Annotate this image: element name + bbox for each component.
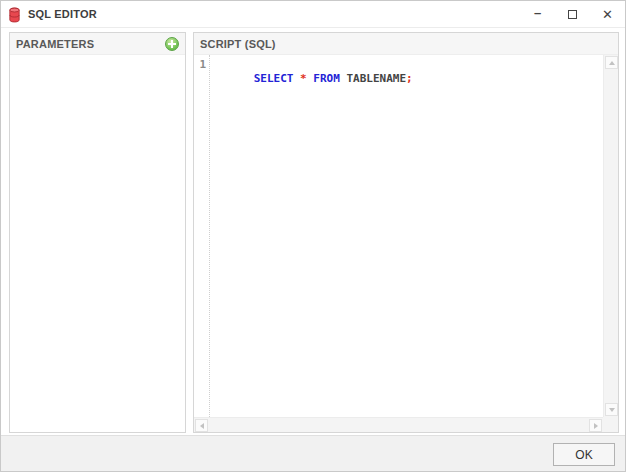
parameters-panel-title: PARAMETERS (16, 38, 94, 50)
window-controls: – ✕ (520, 1, 625, 27)
sql-code-line[interactable]: SELECT * FROM TABLENAME; (214, 58, 602, 100)
sql-token-symbol: * (300, 72, 313, 85)
sql-token-keyword: SELECT (254, 72, 300, 85)
line-number: 1 (199, 58, 206, 71)
scroll-right-icon (594, 423, 598, 429)
maximize-button[interactable] (555, 1, 590, 27)
horizontal-scrollbar[interactable] (194, 417, 603, 432)
minimize-button[interactable]: – (520, 1, 555, 27)
sql-token-keyword: FROM (313, 72, 346, 85)
scroll-right-button[interactable] (589, 419, 602, 432)
sql-editor-dialog: { "window": { "title": "SQL EDITOR", "ic… (0, 0, 626, 472)
line-number-gutter: 1 (194, 55, 210, 417)
sql-code-editor[interactable]: 1 SELECT * FROM TABLENAME; (194, 55, 618, 432)
vertical-scrollbar[interactable] (603, 55, 618, 417)
database-icon (8, 7, 21, 23)
ok-button[interactable]: OK (553, 443, 615, 466)
script-panel-title: SCRIPT (SQL) (200, 38, 276, 50)
scroll-left-button[interactable] (195, 419, 208, 432)
add-parameter-button[interactable] (165, 37, 179, 51)
close-button[interactable]: ✕ (590, 1, 625, 27)
window-title: SQL EDITOR (28, 8, 97, 20)
scrollbar-corner (603, 417, 618, 432)
dialog-footer: OK (1, 435, 625, 472)
minimize-icon: – (534, 5, 541, 20)
close-icon: ✕ (602, 7, 613, 22)
scroll-down-icon (609, 408, 615, 412)
script-panel: SCRIPT (SQL) 1 SELECT * FROM TABLENAME; (193, 32, 619, 433)
title-bar: SQL EDITOR – ✕ (1, 1, 625, 28)
scroll-left-icon (200, 423, 204, 429)
script-panel-header: SCRIPT (SQL) (194, 33, 618, 55)
sql-token-identifier: TABLENAME (346, 72, 406, 85)
parameters-panel: PARAMETERS (9, 32, 186, 433)
scroll-up-icon (609, 61, 615, 65)
sql-token-symbol: ; (406, 72, 413, 85)
maximize-icon (568, 10, 577, 19)
parameters-panel-header: PARAMETERS (10, 33, 185, 55)
scroll-up-button[interactable] (605, 56, 618, 69)
scroll-down-button[interactable] (605, 403, 618, 416)
